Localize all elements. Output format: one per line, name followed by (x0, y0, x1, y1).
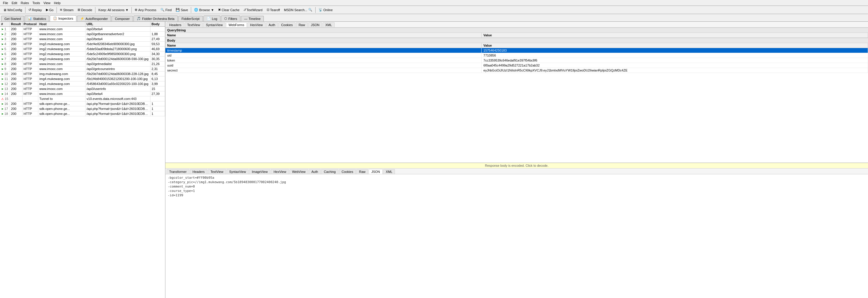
request-tab-webforms[interactable]: WebForms (226, 22, 247, 27)
response-content[interactable]: -bgcolor_start=#ff00b95a-category_pic=//… (165, 174, 868, 298)
arrow-icon: ➤ (1, 32, 3, 36)
tearoff-button[interactable]: ⊡ Tearoff (265, 7, 282, 12)
stream-button[interactable]: ≋ Stream (58, 7, 75, 12)
table-row[interactable]: ➤ 6 200 HTTP img2.mukewang.com /5de5c249… (0, 52, 165, 57)
body-row-value: eyJhbGciOiJIUzI1NiIsInR5cCI6IkpXVCJ9.eyJ… (482, 68, 868, 73)
table-row[interactable]: ➤ 10 200 HTTP img.mukewang.com /5b20d7dd… (0, 71, 165, 77)
request-tab-xml[interactable]: XML (322, 22, 335, 27)
body-row-value: 7710856 (482, 53, 868, 58)
table-row[interactable]: ➤ 1 200 HTTP www.imooc.com /api3/beta4 (0, 27, 165, 32)
response-tab-transformer[interactable]: Transformer (166, 169, 189, 174)
session-num: ➤ 1 (0, 27, 10, 32)
request-tab-headers[interactable]: Headers (166, 22, 184, 27)
request-tab-syntaxview[interactable]: SyntaxView (203, 22, 225, 27)
request-tab-textview[interactable]: TextView (185, 22, 203, 27)
online-button[interactable]: 📡 Online (316, 7, 335, 12)
tab-fiddler-orchestra[interactable]: 🎵 Fiddler Orchestra Beta (133, 16, 178, 21)
response-tab-auth[interactable]: Auth (309, 169, 321, 174)
winconfig-button[interactable]: 🖥 WinConfig (1, 7, 24, 12)
table-row[interactable]: ➤ 17 200 HTTP sdk-open-phone.ge... /api.… (0, 107, 165, 111)
request-tab-raw[interactable]: Raw (296, 22, 308, 27)
session-host: img.mukewang.com (38, 71, 85, 77)
response-tab-hexview[interactable]: HexView (271, 169, 289, 174)
table-row[interactable]: ➤ 13 200 HTTP www.imooc.com /api3/userin… (0, 86, 165, 91)
response-tab-caching[interactable]: Caching (321, 169, 338, 174)
response-notice[interactable]: Response body is encoded. Click to decod… (165, 163, 868, 169)
menu-file[interactable]: File (1, 1, 10, 5)
tab-filters[interactable]: ⬡ Filters (221, 16, 240, 21)
tab-inspectors[interactable]: 📋 Inspectors (50, 15, 76, 21)
tab-get-started[interactable]: Get Started (1, 16, 24, 21)
table-row[interactable]: ➤ 11 200 HTTP img4.mukewang.com /5b1f4b8… (0, 77, 165, 82)
response-tab-syntaxview[interactable]: SyntaxView (226, 169, 249, 174)
response-tab-headers[interactable]: Headers (190, 169, 208, 174)
tab-composer[interactable]: Composer (112, 16, 133, 21)
session-host: img2.mukewang.com (38, 52, 85, 57)
browse-button[interactable]: 🌐 Browse ▼ (192, 7, 216, 12)
response-tab-xml[interactable]: XML (383, 169, 395, 174)
table-row[interactable]: ➤ 7 200 HTTP img3.mukewang.com /5b20d7dd… (0, 57, 165, 62)
response-tab-textview[interactable]: TextView (208, 169, 226, 174)
tab-statistics[interactable]: 📊 Statistics (25, 16, 49, 21)
arrow-icon: ➤ (1, 77, 3, 81)
table-row[interactable]: ⚠ 15 Tunnel to v10.events.data.microsoft… (0, 96, 165, 101)
request-tab-auth[interactable]: Auth (266, 22, 278, 27)
table-row[interactable]: ➤ 2 200 HTTP www.imooc.com /api3/getbann… (0, 32, 165, 37)
table-row[interactable]: ➤ 8 200 HTTP www.imooc.com /api3/getmedi… (0, 62, 165, 66)
table-row[interactable]: ➤ 3 200 HTTP www.imooc.com /api3/beta4 2… (0, 37, 165, 41)
table-row[interactable]: ➤ 18 200 HTTP sdk-open-phone.ge... /api.… (0, 111, 165, 116)
replay-button[interactable]: ↺ Replay (26, 7, 44, 12)
response-tab-imageview[interactable]: ImageView (249, 169, 270, 174)
response-tab-cookies[interactable]: Cookies (339, 169, 356, 174)
request-tab-hexview[interactable]: HexView (247, 22, 265, 27)
tab-log[interactable]: 📄 Log (204, 16, 220, 21)
table-row[interactable]: ➤ 9 200 HTTP www.imooc.com /api3/getcour… (0, 66, 165, 71)
menu-edit[interactable]: Edit (10, 1, 19, 5)
table-row[interactable]: ➤ 4 200 HTTP img3.mukewang.com /5dcf4e82… (0, 41, 165, 47)
msdn-search-button[interactable]: MSDN Search... 🔍 (282, 7, 314, 12)
response-tab-webview[interactable]: WebView (289, 169, 308, 174)
session-url: /5458643d0001a93c02200220-100-100.jpg (85, 82, 150, 86)
body-row[interactable]: timestamp 1575464250183 (165, 48, 868, 53)
online-icon: 📡 (318, 8, 322, 12)
session-result: 200 (10, 27, 22, 32)
any-process-button[interactable]: ⊕ Any Process (133, 7, 158, 12)
session-url: /api3/beta4 (85, 91, 150, 96)
tab-fiddlerscript[interactable]: FiddlerScript (178, 16, 203, 21)
col-header-num: # (0, 22, 10, 27)
table-row[interactable]: ➤ 5 200 HTTP img2.mukewang.com /5dde50ad… (0, 47, 165, 52)
arrow-icon: ➤ (1, 53, 3, 56)
menu-tools[interactable]: Tools (31, 1, 42, 5)
body-row[interactable]: secrect eyJhbGciOiJIUzI1NiIsInR5cCI6IkpX… (165, 68, 868, 73)
sessions-scroll[interactable]: # Result Protocol Host URL Body ➤ 1 200 … (0, 22, 165, 298)
find-button[interactable]: 🔍 Find (158, 7, 174, 12)
body-row[interactable]: uuid 6f0aa045c4499a29d527221a17b2ab32 (165, 63, 868, 68)
col-header-url: URL (85, 22, 150, 27)
response-tab-raw[interactable]: Raw (356, 169, 368, 174)
response-tab-json[interactable]: JSON (369, 169, 382, 174)
session-url: /api3/userinfo (85, 86, 150, 91)
menu-rules[interactable]: Rules (19, 1, 31, 5)
arrow-icon: ➤ (1, 107, 3, 111)
textwizard-button[interactable]: 𝒯 TextWizard (242, 7, 265, 12)
table-row[interactable]: ➤ 12 200 HTTP img1.mukewang.com /5458643… (0, 82, 165, 86)
request-tab-json[interactable]: JSON (308, 22, 322, 27)
menu-help[interactable]: Help (52, 1, 62, 5)
decode-button[interactable]: ⊞ Decode (75, 7, 94, 12)
body-row[interactable]: uid 7710856 (165, 53, 868, 58)
clear-cache-button[interactable]: ✖ Clear Cache (216, 7, 242, 12)
session-protocol: HTTP (22, 107, 38, 111)
request-tab-cookies[interactable]: Cookies (278, 22, 296, 27)
menu-view[interactable]: View (42, 1, 53, 5)
keep-button[interactable]: Keep: All sessions ▼ (96, 7, 130, 12)
table-row[interactable]: ➤ 14 200 HTTP www.imooc.com /api3/beta4 … (0, 91, 165, 96)
winconfig-icon: 🖥 (3, 8, 6, 12)
body-row[interactable]: token 7cc3359539c646edaf91e397f54bc8f6 (165, 58, 868, 63)
body-row-value: 7cc3359539c646edaf91e397f54bc8f6 (482, 58, 868, 63)
tab-autoresponder[interactable]: ⚡ AutoResponder (77, 16, 111, 21)
go-button[interactable]: ▶ Go (44, 7, 56, 12)
tab-timeline[interactable]: — Timeline (241, 16, 264, 21)
table-row[interactable]: ➤ 16 200 HTTP sdk-open-phone.ge... /api.… (0, 101, 165, 107)
session-body: 1 (150, 101, 165, 107)
save-button[interactable]: 💾 Save (174, 7, 190, 12)
